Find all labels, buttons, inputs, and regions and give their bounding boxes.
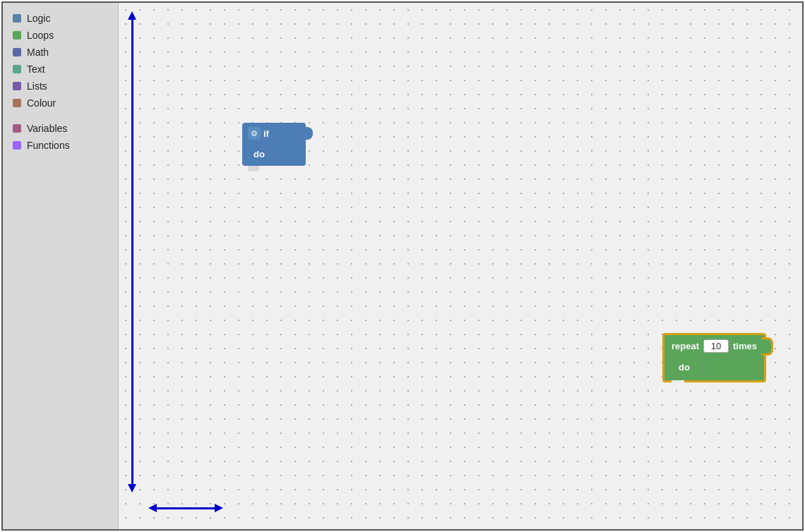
repeat-block[interactable]: repeat times do xyxy=(662,333,766,382)
if-block-top: ⚙ if xyxy=(242,123,306,144)
gear-icon[interactable]: ⚙ xyxy=(248,127,261,140)
functions-color-dot xyxy=(13,141,21,150)
sidebar-item-math[interactable]: Math xyxy=(3,44,118,61)
sidebar-item-label: Logic xyxy=(27,13,50,24)
if-block[interactable]: ⚙ if do xyxy=(242,123,306,166)
sidebar-item-functions[interactable]: Functions xyxy=(3,137,118,154)
canvas-area[interactable]: ⚙ if do repeat times do xyxy=(119,3,802,529)
if-block-bottom: do xyxy=(242,144,306,166)
lists-color-dot xyxy=(13,82,21,90)
colour-color-dot xyxy=(13,99,21,107)
sidebar-item-label: Loops xyxy=(27,30,54,41)
main-container: Logic Loops Math Text Lists Colour Varia… xyxy=(1,1,804,531)
sidebar: Logic Loops Math Text Lists Colour Varia… xyxy=(3,3,119,529)
do-label-repeat: do xyxy=(679,362,690,373)
sidebar-item-logic[interactable]: Logic xyxy=(3,10,118,27)
repeat-label: repeat xyxy=(672,341,699,351)
times-label: times xyxy=(733,341,757,351)
repeat-block-top: repeat times xyxy=(662,333,766,357)
loops-color-dot xyxy=(13,31,21,40)
do-label: do xyxy=(254,149,265,159)
if-label: if xyxy=(263,128,269,139)
repeat-block-bottom: do xyxy=(662,357,766,382)
sidebar-spacer xyxy=(3,111,118,120)
horizontal-arrow xyxy=(154,507,217,509)
sidebar-item-label: Lists xyxy=(27,80,47,92)
sidebar-item-label: Functions xyxy=(27,140,70,151)
sidebar-item-label: Variables xyxy=(27,123,67,134)
repeat-value-input[interactable] xyxy=(703,339,729,353)
sidebar-item-label: Colour xyxy=(27,97,56,109)
variables-color-dot xyxy=(13,124,21,133)
sidebar-item-loops[interactable]: Loops xyxy=(3,27,118,44)
sidebar-item-label: Math xyxy=(27,47,49,58)
math-color-dot xyxy=(13,48,21,56)
sidebar-item-lists[interactable]: Lists xyxy=(3,78,118,95)
text-color-dot xyxy=(13,65,21,73)
sidebar-item-text[interactable]: Text xyxy=(3,61,118,78)
vertical-arrow xyxy=(131,17,133,487)
sidebar-item-colour[interactable]: Colour xyxy=(3,95,118,111)
sidebar-item-label: Text xyxy=(27,64,45,75)
logic-color-dot xyxy=(13,14,21,23)
sidebar-item-variables[interactable]: Variables xyxy=(3,120,118,137)
